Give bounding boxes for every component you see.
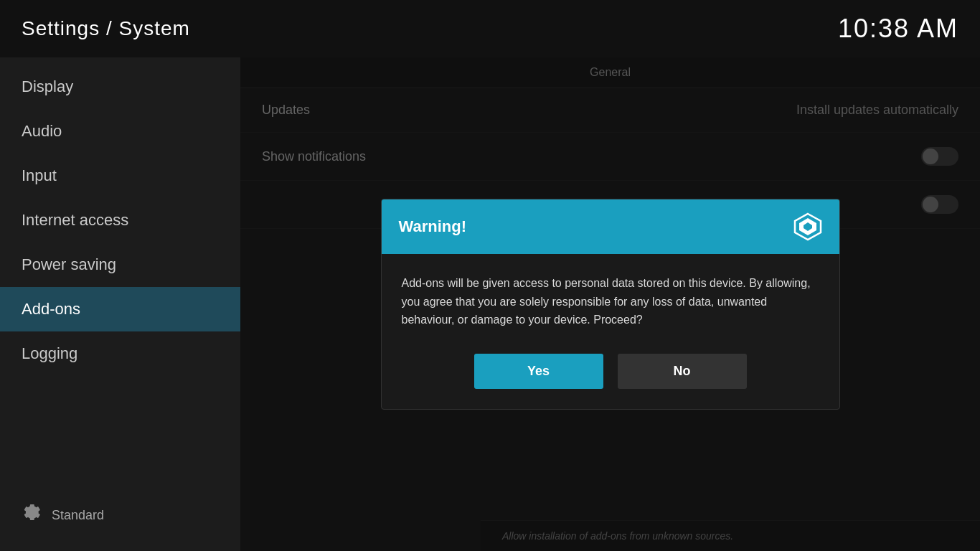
yes-button[interactable]: Yes: [474, 354, 603, 389]
sidebar-item-logging[interactable]: Logging: [0, 331, 240, 376]
content-area: General Updates Install updates automati…: [240, 57, 980, 551]
main-layout: Display Audio Input Internet access Powe…: [0, 57, 980, 551]
sidebar-item-input[interactable]: Input: [0, 154, 240, 198]
dialog-body: Add-ons will be given access to personal…: [382, 254, 839, 336]
sidebar-item-power-saving[interactable]: Power saving: [0, 242, 240, 287]
dialog-buttons: Yes No: [382, 336, 839, 409]
page-title: Settings / System: [22, 17, 190, 40]
clock: 10:38 AM: [838, 14, 958, 44]
sidebar-item-add-ons[interactable]: Add-ons: [0, 287, 240, 331]
sidebar-footer-label: Standard: [52, 508, 104, 523]
app-header: Settings / System 10:38 AM: [0, 0, 980, 57]
sidebar: Display Audio Input Internet access Powe…: [0, 57, 240, 551]
dialog-title: Warning!: [399, 217, 467, 236]
sidebar-item-display[interactable]: Display: [0, 65, 240, 109]
sidebar-item-internet-access[interactable]: Internet access: [0, 198, 240, 242]
kodi-logo-icon: [793, 212, 822, 241]
dialog-overlay: Warning! Add-ons will be given access to…: [240, 57, 980, 551]
warning-dialog: Warning! Add-ons will be given access to…: [381, 199, 840, 410]
dialog-message: Add-ons will be given access to personal…: [402, 274, 819, 329]
no-button[interactable]: No: [618, 354, 747, 389]
dialog-header: Warning!: [382, 199, 839, 254]
sidebar-item-audio[interactable]: Audio: [0, 109, 240, 154]
sidebar-footer: Standard: [0, 494, 240, 537]
gear-icon: [22, 504, 43, 526]
